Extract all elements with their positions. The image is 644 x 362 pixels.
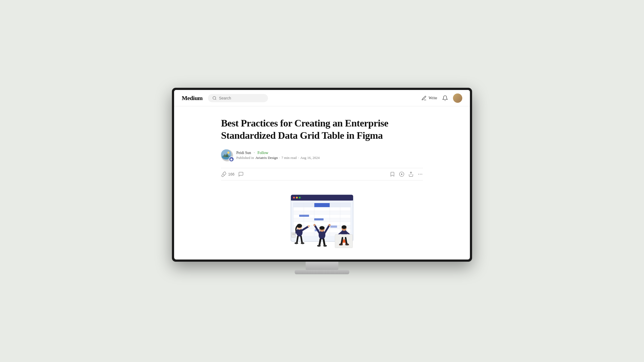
- share-icon: [408, 171, 414, 177]
- search-input[interactable]: [219, 96, 264, 100]
- write-icon: [421, 95, 427, 101]
- search-icon: [212, 96, 217, 100]
- comment-icon: [238, 171, 244, 177]
- svg-point-55: [342, 225, 347, 229]
- monitor-stand-base: [295, 270, 349, 274]
- svg-point-59: [345, 244, 349, 246]
- svg-rect-43: [291, 232, 296, 237]
- hero-svg: [270, 187, 374, 260]
- comment-button[interactable]: [238, 171, 244, 177]
- published-in-label: Published in: [236, 156, 254, 160]
- svg-rect-21: [294, 207, 351, 211]
- svg-rect-22: [294, 211, 351, 214]
- search-bar[interactable]: [208, 94, 268, 102]
- monitor: Medium Write: [172, 88, 472, 262]
- svg-point-42: [301, 242, 304, 244]
- write-label: Write: [429, 96, 437, 100]
- action-bar: 166: [221, 168, 423, 180]
- brand-logo: Medium: [182, 95, 202, 102]
- clap-button[interactable]: 166: [221, 171, 234, 177]
- hero-illustration: [270, 187, 374, 260]
- svg-point-48: [320, 226, 325, 230]
- svg-point-58: [339, 244, 343, 246]
- svg-rect-15: [291, 198, 353, 201]
- follow-button[interactable]: Follow: [258, 151, 269, 155]
- read-time: 7 min read: [281, 156, 297, 160]
- navbar: Medium Write: [174, 90, 470, 106]
- meta-dot-1: ·: [279, 156, 280, 160]
- svg-point-52: [323, 245, 327, 247]
- play-icon: [399, 171, 404, 177]
- svg-point-17: [296, 197, 298, 199]
- svg-point-16: [293, 197, 295, 199]
- svg-point-10: [418, 174, 419, 175]
- svg-line-1: [216, 99, 216, 100]
- listen-button[interactable]: [399, 171, 404, 177]
- author-info: Peidi Sun · Follow Published in Aviatrix…: [236, 151, 320, 160]
- svg-point-39: [297, 224, 302, 228]
- article-title: Best Practices for Creating an Enterpris…: [221, 117, 423, 142]
- publication-link[interactable]: Aviatrix Design: [255, 156, 278, 160]
- navbar-right: Write: [421, 93, 462, 103]
- author-name: Peidi Sun: [236, 151, 251, 155]
- svg-rect-20: [314, 203, 330, 207]
- author-separator: ·: [254, 151, 255, 155]
- screen: Medium Write: [174, 90, 470, 260]
- action-right: [390, 171, 423, 177]
- share-button[interactable]: [408, 171, 414, 177]
- meta-dot-2: ·: [298, 156, 299, 160]
- author-avatar: [221, 149, 233, 161]
- author-name-row: Peidi Sun · Follow: [236, 151, 320, 155]
- article-date: Aug 16, 2024: [300, 156, 320, 160]
- svg-rect-33: [299, 215, 309, 217]
- save-button[interactable]: [390, 171, 395, 177]
- monitor-wrapper: Medium Write: [172, 88, 472, 274]
- more-icon: [418, 171, 423, 177]
- clap-icon: [221, 171, 226, 177]
- user-avatar[interactable]: [453, 93, 462, 103]
- author-meta: Published in Aviatrix Design · 7 min rea…: [236, 156, 320, 160]
- write-button[interactable]: Write: [421, 95, 437, 101]
- article-area: Best Practices for Creating an Enterpris…: [221, 106, 423, 260]
- more-button[interactable]: [418, 171, 423, 177]
- svg-point-0: [213, 96, 216, 99]
- monitor-stand-neck: [306, 262, 338, 270]
- svg-point-18: [299, 197, 301, 199]
- svg-rect-34: [314, 218, 324, 221]
- svg-point-6: [227, 152, 229, 154]
- svg-point-50: [314, 224, 316, 226]
- svg-point-49: [329, 224, 331, 226]
- svg-point-41: [294, 242, 298, 244]
- action-left: 166: [221, 171, 244, 177]
- svg-point-40: [308, 225, 310, 227]
- svg-point-12: [422, 174, 422, 175]
- svg-rect-35: [330, 226, 337, 228]
- svg-rect-25: [294, 222, 351, 225]
- clap-count: 166: [228, 172, 234, 176]
- svg-point-51: [317, 245, 321, 247]
- bookmark-icon: [390, 171, 395, 177]
- author-row: Peidi Sun · Follow Published in Aviatrix…: [221, 149, 320, 161]
- svg-point-11: [420, 174, 421, 175]
- author-badge: [229, 156, 234, 162]
- svg-marker-8: [401, 173, 402, 175]
- bell-icon[interactable]: [442, 95, 448, 101]
